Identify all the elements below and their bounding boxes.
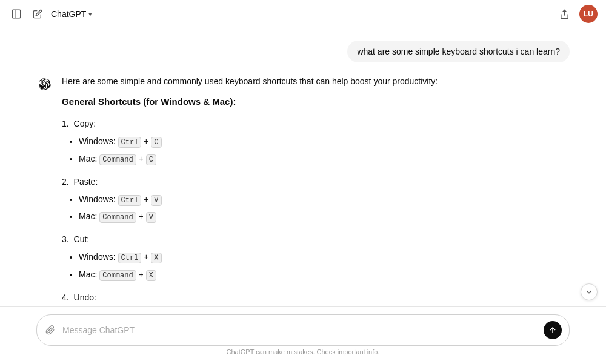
sub-list: Windows: Ctrl + X Mac: Command + X (62, 250, 570, 282)
topbar-left: ChatGPT ▾ (8, 6, 92, 22)
chat-area: what are some simple keyboard shortcuts … (0, 28, 606, 306)
user-message-wrapper: what are some simple keyboard shortcuts … (0, 28, 606, 68)
share-button[interactable] (557, 7, 572, 22)
shortcuts-title: General Shortcuts (for Windows & Mac): (62, 94, 570, 110)
sidebar-toggle-button[interactable] (8, 6, 24, 22)
input-box (36, 314, 570, 346)
assistant-message-wrapper: Here are some simple and commonly used k… (0, 68, 606, 306)
shortcut-label: Paste: (74, 177, 98, 187)
user-message: what are some simple keyboard shortcuts … (347, 41, 570, 62)
svg-rect-0 (12, 10, 21, 18)
list-item: Mac: Command + C (79, 152, 570, 167)
topbar-right: LU (557, 5, 598, 23)
send-button[interactable] (544, 321, 562, 339)
shortcut-label: Undo: (74, 293, 96, 302)
input-area: ChatGPT can make mistakes. Check importa… (0, 306, 606, 364)
sub-list: Windows: Ctrl + C Mac: Command + C (62, 134, 570, 167)
user-avatar[interactable]: LU (579, 5, 598, 23)
user-message-text: what are some simple keyboard shortcuts … (357, 47, 560, 56)
scroll-down-button[interactable] (581, 283, 598, 300)
sub-list: Windows: Ctrl + V Mac: Command + V (62, 193, 570, 225)
list-item: Paste: Windows: Ctrl + V Mac: Command + … (62, 175, 570, 225)
list-item: Windows: Ctrl + C (79, 134, 570, 149)
assistant-content: Here are some simple and commonly used k… (62, 74, 570, 306)
assistant-intro: Here are some simple and commonly used k… (62, 74, 570, 88)
list-item: Undo: Windows: Ctrl + Z Mac: Command + Z (62, 291, 570, 306)
attach-button[interactable] (44, 324, 56, 336)
chevron-down-icon: ▾ (88, 10, 92, 18)
list-item: Windows: Ctrl + X (79, 250, 570, 265)
app-title[interactable]: ChatGPT ▾ (51, 9, 92, 19)
list-item: Copy: Windows: Ctrl + C Mac: Command + C (62, 117, 570, 167)
list-item: Cut: Windows: Ctrl + X Mac: Command + X (62, 233, 570, 282)
list-item: Windows: Ctrl + V (79, 193, 570, 207)
assistant-icon (36, 76, 53, 93)
list-item: Mac: Command + X (79, 268, 570, 282)
list-item: Mac: Command + V (79, 210, 570, 224)
shortcuts-list: Copy: Windows: Ctrl + C Mac: Command + C… (62, 117, 570, 306)
footer-text: ChatGPT can make mistakes. Check importa… (36, 346, 570, 359)
shortcut-label: Cut: (74, 234, 90, 244)
message-input[interactable] (62, 325, 538, 335)
edit-button[interactable] (30, 7, 45, 21)
shortcut-label: Copy: (74, 119, 96, 128)
topbar: ChatGPT ▾ LU (0, 0, 606, 28)
app-title-text: ChatGPT (51, 9, 86, 19)
